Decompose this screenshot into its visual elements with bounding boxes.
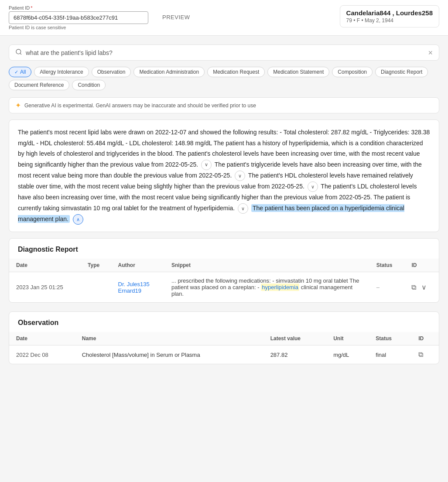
filter-tag-condition[interactable]: Condition [72, 80, 106, 90]
ai-disclaimer-text: Generative AI is experimental. GenAI ans… [24, 103, 256, 109]
obs-table-row: 2022 Dec 08 Cholesterol [Mass/volume] in… [9, 345, 439, 364]
col-id: ID [404, 259, 439, 272]
patient-info-card: Candelaria844 , Lourdes258 79 • F • May … [340, 5, 439, 27]
col-snippet: Snippet [164, 259, 369, 272]
observation-title: Observation [9, 312, 439, 332]
required-asterisk: * [31, 5, 32, 10]
expand-button-3[interactable]: ∨ [308, 181, 318, 192]
obs-col-unit: Unit [326, 332, 369, 345]
obs-row-id: ⧉ [411, 345, 439, 364]
col-author: Author [111, 259, 164, 272]
filter-tag-diagnostic-report[interactable]: Diagnostic Report [375, 67, 428, 77]
ai-sparkle-icon: ✦ [15, 101, 21, 109]
filter-tag-observation[interactable]: Observation [92, 67, 131, 77]
obs-row-unit: mg/dL [326, 345, 369, 364]
diagnostic-report-table: Date Type Author Snippet Status ID 2023 … [9, 259, 439, 302]
col-type: Type [81, 259, 111, 272]
observation-card: Observation Date Name Latest value Unit … [9, 311, 439, 364]
patient-meta: 79 • F • May 2, 1944 [346, 17, 433, 24]
patient-id-label: Patient ID [9, 5, 30, 10]
filter-tag-medication-request[interactable]: Medication Request [207, 67, 265, 77]
expand-button-1[interactable]: ∨ [201, 160, 212, 170]
search-bar-container: × [9, 44, 439, 61]
col-date: Date [9, 259, 81, 272]
expand-row-icon[interactable]: ∨ [421, 284, 427, 291]
obs-col-id: ID [411, 332, 439, 345]
obs-col-latest-value: Latest value [263, 332, 327, 345]
patient-name: Candelaria844 , Lourdes258 [346, 9, 433, 17]
obs-col-status: Status [369, 332, 411, 345]
author-line2: Ernard19 [118, 287, 157, 294]
filter-tag-document-reference[interactable]: Document Reference [9, 80, 69, 90]
snippet-highlight: hyperlipidemia [261, 284, 299, 291]
expand-button-4[interactable]: ∨ [238, 203, 248, 214]
obs-row-name: Cholesterol [Mass/volume] in Serum or Pl… [75, 345, 263, 364]
filter-tags: ✓ All Allergy Intolerance Observation Me… [9, 67, 439, 77]
row-id: ⧉ ∨ [404, 272, 439, 303]
expand-button-2[interactable]: ∨ [235, 171, 245, 181]
patient-id-hint: Patient ID is case sensitive [9, 25, 148, 30]
filter-tag-all[interactable]: ✓ All [9, 67, 31, 77]
clear-icon[interactable]: × [428, 49, 433, 57]
svg-point-0 [16, 49, 21, 54]
obs-col-date: Date [9, 332, 75, 345]
collapse-button[interactable]: ∧ [73, 214, 83, 225]
patient-id-group: Patient ID * Patient ID is case sensitiv… [9, 5, 148, 30]
preview-button[interactable]: PREVIEW [157, 11, 195, 23]
obs-row-status: final [369, 345, 411, 364]
filter-tag-medication-statement[interactable]: Medication Statement [267, 67, 329, 77]
row-type [81, 272, 111, 303]
filter-tag-medication-admin[interactable]: Medication Administration [133, 67, 205, 77]
diagnostic-report-card: Diagnostic Report Date Type Author Snipp… [9, 238, 439, 303]
row-snippet: ... prescribed the following medications… [164, 272, 369, 303]
filter-tags-row2: Document Reference Condition [9, 80, 439, 90]
filter-tag-allergy[interactable]: Allergy Intolerance [34, 67, 89, 77]
table-row: 2023 Jan 25 01:25 Dr. Jules135 Ernard19 … [9, 272, 439, 303]
col-status: Status [369, 259, 405, 272]
filter-tag-composition[interactable]: Composition [332, 67, 373, 77]
diagnostic-report-title: Diagnostic Report [9, 239, 439, 259]
search-input[interactable] [26, 49, 424, 56]
row-status: – [369, 272, 405, 303]
row-date: 2023 Jan 25 01:25 [9, 272, 81, 303]
observation-table: Date Name Latest value Unit Status ID 20… [9, 332, 439, 364]
obs-copy-icon[interactable]: ⧉ [418, 351, 423, 358]
patient-id-input[interactable] [9, 11, 148, 24]
obs-row-latest-value: 287.82 [263, 345, 327, 364]
obs-col-name: Name [75, 332, 263, 345]
obs-row-date: 2022 Dec 08 [9, 345, 75, 364]
row-author: Dr. Jules135 Ernard19 [111, 272, 164, 303]
check-icon: ✓ [14, 69, 18, 75]
copy-icon[interactable]: ⧉ [411, 284, 416, 291]
ai-response-card: The patient's most recent lipid labs wer… [9, 120, 439, 232]
ai-disclaimer-bar: ✦ Generative AI is experimental. GenAI a… [9, 97, 439, 113]
search-icon [15, 48, 22, 57]
top-bar: Patient ID * Patient ID is case sensitiv… [0, 0, 448, 36]
svg-line-1 [20, 53, 21, 55]
main-content: × ✓ All Allergy Intolerance Observation … [0, 36, 448, 382]
author-line1: Dr. Jules135 [118, 281, 157, 287]
